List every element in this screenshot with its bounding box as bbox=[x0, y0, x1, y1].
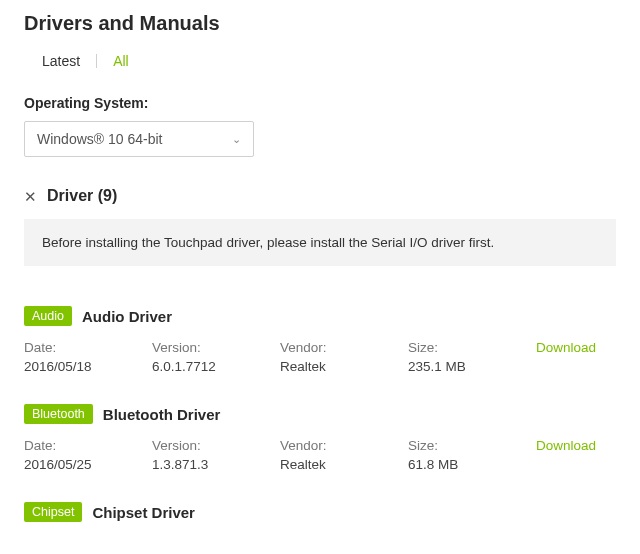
install-notice: Before installing the Touchpad driver, p… bbox=[24, 219, 616, 266]
meta-value: 1.3.871.3 bbox=[152, 457, 280, 472]
meta-col-date: Date:2016/05/18 bbox=[24, 340, 152, 374]
meta-label: Version: bbox=[152, 438, 280, 453]
meta-col-size: Size:61.8 MB bbox=[408, 438, 536, 472]
driver-name: Audio Driver bbox=[82, 308, 172, 325]
download-col: Download bbox=[536, 438, 596, 472]
meta-col-vendor: Vendor:Realtek bbox=[280, 438, 408, 472]
meta-label: Vendor: bbox=[280, 340, 408, 355]
os-select[interactable]: Windows® 10 64-bit ⌄ bbox=[24, 121, 254, 157]
meta-label: Vendor: bbox=[280, 438, 408, 453]
meta-label: Version: bbox=[152, 340, 280, 355]
category-name: Driver (9) bbox=[47, 187, 117, 205]
meta-value: 61.8 MB bbox=[408, 457, 536, 472]
meta-value: Realtek bbox=[280, 457, 408, 472]
meta-label: Size: bbox=[408, 438, 536, 453]
meta-value: Realtek bbox=[280, 359, 408, 374]
driver-block: ChipsetChipset Driver bbox=[24, 502, 616, 522]
driver-badge: Audio bbox=[24, 306, 72, 326]
driver-header: AudioAudio Driver bbox=[24, 306, 616, 326]
meta-value: 6.0.1.7712 bbox=[152, 359, 280, 374]
meta-value: 2016/05/25 bbox=[24, 457, 152, 472]
tab-divider bbox=[96, 54, 97, 68]
meta-col-version: Version:6.0.1.7712 bbox=[152, 340, 280, 374]
driver-badge: Bluetooth bbox=[24, 404, 93, 424]
meta-col-version: Version:1.3.871.3 bbox=[152, 438, 280, 472]
download-col: Download bbox=[536, 340, 596, 374]
meta-col-date: Date:2016/05/25 bbox=[24, 438, 152, 472]
tabs: Latest All bbox=[42, 53, 616, 69]
page-title: Drivers and Manuals bbox=[24, 12, 616, 35]
driver-badge: Chipset bbox=[24, 502, 82, 522]
category-header[interactable]: ✕ Driver (9) bbox=[24, 187, 616, 205]
tab-latest[interactable]: Latest bbox=[42, 53, 80, 69]
download-link[interactable]: Download bbox=[536, 340, 596, 355]
download-link[interactable]: Download bbox=[536, 438, 596, 453]
driver-name: Chipset Driver bbox=[92, 504, 195, 521]
os-label: Operating System: bbox=[24, 95, 616, 111]
driver-header: BluetoothBluetooth Driver bbox=[24, 404, 616, 424]
driver-meta: Date:2016/05/25Version:1.3.871.3Vendor:R… bbox=[24, 438, 616, 472]
driver-block: AudioAudio DriverDate:2016/05/18Version:… bbox=[24, 306, 616, 374]
meta-label: Date: bbox=[24, 438, 152, 453]
meta-label: Date: bbox=[24, 340, 152, 355]
driver-block: BluetoothBluetooth DriverDate:2016/05/25… bbox=[24, 404, 616, 472]
close-icon[interactable]: ✕ bbox=[24, 189, 37, 204]
meta-label: Size: bbox=[408, 340, 536, 355]
driver-header: ChipsetChipset Driver bbox=[24, 502, 616, 522]
driver-name: Bluetooth Driver bbox=[103, 406, 221, 423]
meta-value: 235.1 MB bbox=[408, 359, 536, 374]
meta-col-vendor: Vendor:Realtek bbox=[280, 340, 408, 374]
driver-meta: Date:2016/05/18Version:6.0.1.7712Vendor:… bbox=[24, 340, 616, 374]
os-selected-value: Windows® 10 64-bit bbox=[37, 131, 162, 147]
meta-value: 2016/05/18 bbox=[24, 359, 152, 374]
tab-all[interactable]: All bbox=[113, 53, 129, 69]
chevron-down-icon: ⌄ bbox=[232, 133, 241, 146]
meta-col-size: Size:235.1 MB bbox=[408, 340, 536, 374]
